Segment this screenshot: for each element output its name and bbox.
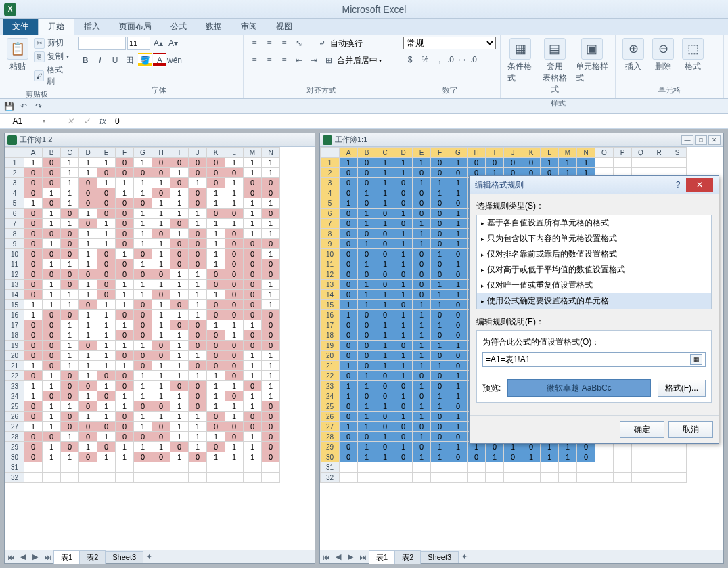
cell[interactable]: 0 [79, 198, 97, 209]
cell[interactable]: 0 [24, 259, 43, 269]
cell[interactable]: 1 [43, 452, 61, 462]
cell[interactable]: 1 [134, 280, 152, 290]
cell[interactable]: 1 [152, 209, 170, 219]
cell[interactable]: 0 [207, 341, 225, 351]
cell[interactable] [486, 462, 504, 473]
cell[interactable]: 0 [134, 320, 152, 330]
cell[interactable]: 1 [449, 391, 468, 401]
cell[interactable] [134, 473, 152, 483]
column-header[interactable]: D [79, 148, 97, 158]
format-button[interactable]: 格式(F)... [658, 380, 706, 397]
cell[interactable]: 0 [152, 269, 170, 280]
cell[interactable] [541, 462, 559, 473]
sheet-tab-1[interactable]: 表1 [53, 550, 80, 564]
cell[interactable]: 1 [431, 320, 449, 330]
cell[interactable]: 0 [24, 239, 43, 249]
cell[interactable]: 1 [170, 452, 189, 462]
cell[interactable]: 0 [244, 310, 262, 320]
cell[interactable]: 1 [413, 229, 431, 239]
tab-data[interactable]: 数据 [196, 19, 231, 35]
cell[interactable]: 0 [394, 219, 413, 229]
cell[interactable]: 1 [61, 158, 79, 168]
cell[interactable]: 0 [189, 229, 207, 239]
cell[interactable]: 0 [431, 330, 449, 341]
cell[interactable]: 1 [61, 219, 79, 229]
cell[interactable]: 1 [413, 351, 431, 361]
cell[interactable] [170, 473, 189, 483]
nav-next-icon[interactable]: ▶ [344, 551, 357, 563]
cell[interactable]: 1 [225, 198, 244, 209]
cell[interactable]: 1 [79, 168, 97, 178]
cell[interactable]: 0 [394, 341, 413, 351]
cell[interactable]: 1 [413, 361, 431, 371]
row-header[interactable]: 13 [321, 280, 340, 290]
cell[interactable]: 1 [43, 412, 61, 422]
cell[interactable]: 0 [79, 401, 97, 412]
column-header[interactable]: R [650, 148, 668, 158]
cell[interactable]: 0 [61, 442, 79, 452]
cell[interactable] [577, 473, 595, 483]
cell[interactable]: 1 [449, 209, 468, 219]
format-cells-button[interactable]: ⬚格式 [679, 37, 706, 74]
cell[interactable]: 1 [413, 320, 431, 330]
cell[interactable]: 0 [358, 341, 376, 351]
cell[interactable]: 0 [449, 198, 468, 209]
cell[interactable]: 0 [116, 198, 134, 209]
row-header[interactable]: 32 [321, 473, 340, 483]
cell[interactable]: 0 [358, 178, 376, 188]
cell[interactable]: 1 [97, 300, 116, 310]
cell[interactable]: 1 [116, 249, 134, 259]
number-format-select[interactable]: 常规 [403, 37, 496, 49]
close-icon[interactable]: ✕ [686, 178, 713, 192]
cell[interactable]: 1 [134, 391, 152, 401]
cell[interactable]: 1 [207, 290, 225, 300]
column-header[interactable]: Q [632, 148, 650, 158]
cell[interactable]: 0 [207, 209, 225, 219]
row-header[interactable]: 12 [5, 269, 24, 280]
cell[interactable]: 0 [24, 371, 43, 381]
border-icon[interactable]: 田 [123, 53, 137, 67]
cell[interactable]: 1 [449, 442, 468, 452]
cell[interactable]: 0 [43, 178, 61, 188]
column-header[interactable]: J [504, 148, 522, 158]
row-header[interactable]: 19 [321, 341, 340, 351]
row-header[interactable]: 30 [321, 452, 340, 462]
cell[interactable]: 0 [170, 442, 189, 452]
cell[interactable]: 1 [97, 330, 116, 341]
cell[interactable]: 1 [24, 361, 43, 371]
cell[interactable]: 0 [449, 432, 468, 442]
row-header[interactable]: 24 [321, 391, 340, 401]
row-header[interactable]: 21 [321, 361, 340, 371]
fx-icon[interactable]: fx [95, 116, 111, 126]
cell[interactable]: 1 [43, 401, 61, 412]
row-header[interactable]: 25 [5, 401, 24, 412]
cell[interactable]: 0 [431, 381, 449, 391]
nav-prev-icon[interactable]: ◀ [17, 551, 29, 563]
cell[interactable]: 1 [340, 381, 358, 391]
nav-first-icon[interactable]: ⏮ [320, 551, 332, 563]
cell[interactable]: 1 [413, 412, 431, 422]
cell[interactable]: 1 [340, 391, 358, 401]
cell[interactable]: 0 [376, 442, 394, 452]
cell[interactable]: 0 [152, 341, 170, 351]
cell[interactable]: 1 [79, 310, 97, 320]
cell[interactable]: 0 [97, 249, 116, 259]
cell[interactable]: 1 [449, 239, 468, 249]
cell[interactable]: 1 [97, 178, 116, 188]
formula-input[interactable]: 0 [111, 116, 728, 126]
cell[interactable]: 0 [340, 280, 358, 290]
cell[interactable] [358, 473, 376, 483]
cell[interactable]: 0 [116, 422, 134, 432]
cell[interactable]: 0 [189, 168, 207, 178]
cell[interactable]: 1 [61, 188, 79, 198]
table-format-button[interactable]: ▤套用 表格格式 [539, 37, 570, 97]
cell[interactable]: 1 [449, 371, 468, 381]
cell[interactable]: 0 [134, 401, 152, 412]
cell[interactable]: 0 [340, 452, 358, 462]
cell[interactable] [668, 158, 687, 168]
cell[interactable]: 1 [97, 432, 116, 442]
close-icon[interactable]: ✕ [708, 135, 721, 145]
cell[interactable]: 1 [449, 158, 468, 168]
column-header[interactable]: C [376, 148, 394, 158]
cell[interactable]: 1 [358, 371, 376, 381]
